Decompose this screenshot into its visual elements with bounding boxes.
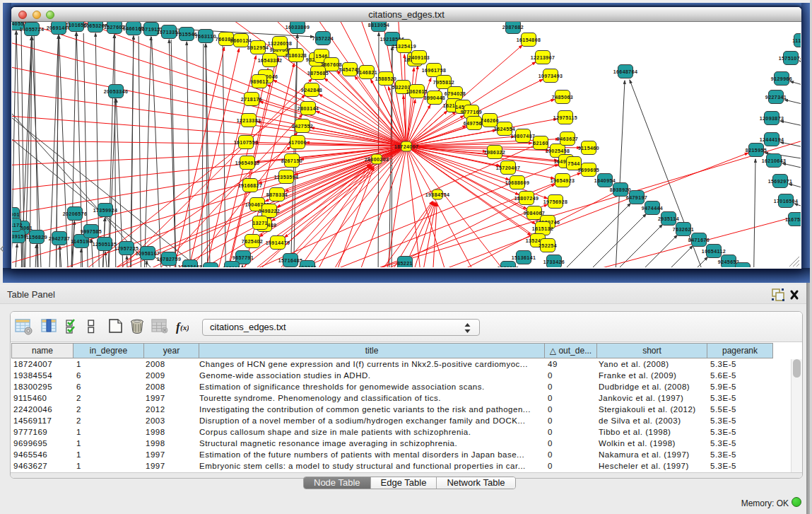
svg-text:10807487: 10807487 (511, 134, 536, 139)
svg-text:13226058: 13226058 (268, 41, 293, 46)
svg-text:830154: 830154 (201, 267, 220, 268)
svg-text:9832451: 9832451 (732, 267, 753, 268)
svg-text:9129966: 9129966 (771, 76, 792, 81)
svg-text:1640954: 1640954 (594, 178, 616, 183)
svg-text:9777169: 9777169 (461, 110, 482, 115)
svg-text:6479197: 6479197 (626, 195, 647, 200)
svg-text:441172: 441172 (12, 223, 23, 228)
svg-text:1615132: 1615132 (532, 226, 553, 231)
svg-text:7625402: 7625402 (242, 239, 263, 244)
svg-text:2087682: 2087682 (502, 25, 524, 30)
svg-text:14055724: 14055724 (20, 27, 45, 32)
svg-text:1588520: 1588520 (375, 76, 396, 81)
svg-text:9699695: 9699695 (578, 168, 599, 173)
svg-text:10025458: 10025458 (546, 148, 570, 153)
svg-text:10973493: 10973493 (539, 74, 563, 78)
svg-text:10688609: 10688609 (505, 180, 530, 185)
svg-text:16210643: 16210643 (762, 158, 787, 163)
svg-text:3498222: 3498222 (259, 209, 280, 214)
svg-text:8912954: 8912954 (247, 45, 269, 50)
svg-text:7663110: 7663110 (195, 34, 216, 39)
svg-text:1145194: 1145194 (71, 239, 92, 244)
svg-text:18807249: 18807249 (514, 196, 539, 201)
svg-text:2803144: 2803144 (298, 106, 319, 111)
svg-text:9474444: 9474444 (642, 206, 663, 211)
svg-text:18724007: 18724007 (394, 144, 419, 149)
svg-text:8267150: 8267150 (281, 158, 302, 163)
svg-text:9084067: 9084067 (524, 211, 545, 216)
svg-text:12353594: 12353594 (274, 175, 299, 180)
svg-text:17957225: 17957225 (114, 246, 139, 251)
svg-text:16543382: 16543382 (258, 58, 283, 63)
svg-text:7955812: 7955812 (433, 80, 454, 85)
svg-text:16782759: 16782759 (157, 257, 182, 262)
svg-text:12444194: 12444194 (760, 137, 784, 142)
svg-text:12975115: 12975115 (553, 115, 577, 120)
svg-text:6794028: 6794028 (445, 91, 466, 96)
svg-text:8813054: 8813054 (368, 23, 389, 28)
svg-text:746266: 746266 (481, 118, 499, 123)
svg-text:(x): (x) (180, 323, 189, 332)
svg-text:12923448: 12923448 (178, 264, 203, 268)
svg-text:81001: 81001 (12, 212, 20, 217)
svg-text:7544: 7544 (567, 161, 579, 166)
svg-text:8471676: 8471676 (688, 238, 710, 243)
svg-text:1733426: 1733426 (543, 259, 565, 264)
svg-text:16107553: 16107553 (234, 140, 259, 145)
svg-text:3624554: 3624554 (494, 127, 515, 132)
svg-text:989612: 989612 (250, 79, 269, 84)
svg-text:2935114: 2935114 (658, 216, 679, 221)
svg-text:15692971: 15692971 (768, 179, 793, 184)
svg-text:15751074: 15751074 (779, 56, 801, 61)
svg-text:1156829: 1156829 (26, 235, 47, 240)
svg-text:12213383: 12213383 (237, 118, 261, 123)
svg-text:9657791: 9657791 (233, 255, 254, 260)
svg-text:19756928: 19756928 (543, 199, 568, 204)
svg-text:9242848: 9242848 (301, 88, 322, 93)
svg-text:19384554: 19384554 (425, 192, 450, 197)
svg-text:12093873: 12093873 (760, 116, 784, 121)
svg-text:417006: 417006 (288, 140, 307, 145)
svg-text:1527602: 1527602 (104, 25, 125, 30)
svg-text:2867608: 2867608 (321, 62, 342, 67)
svg-text:8186328: 8186328 (286, 53, 307, 58)
svg-text:8878334: 8878334 (266, 192, 288, 197)
svg-text:7986322: 7986322 (484, 150, 505, 155)
svg-text:16033809: 16033809 (286, 25, 310, 30)
svg-text:10654112: 10654112 (702, 249, 726, 254)
svg-text:2942737: 2942737 (49, 236, 70, 241)
svg-text:20206576: 20206576 (63, 211, 88, 216)
svg-text:7515546: 7515546 (176, 32, 197, 37)
svg-text:7632621: 7632621 (673, 227, 694, 232)
svg-text:12213967: 12213967 (531, 55, 555, 60)
svg-text:15720407: 15720407 (496, 165, 521, 170)
svg-text:13271: 13271 (252, 221, 268, 226)
svg-text:11325419: 11325419 (392, 44, 416, 49)
svg-text:7485063: 7485063 (552, 95, 573, 100)
svg-text:12505135: 12505135 (93, 242, 117, 247)
svg-text:2409103: 2409103 (408, 55, 430, 60)
svg-text:111245: 111245 (792, 38, 801, 43)
svg-text:15136141: 15136141 (512, 255, 536, 260)
svg-text:85221: 85221 (397, 261, 413, 266)
svg-text:16648764: 16648764 (613, 69, 638, 74)
svg-text:19166827: 19166827 (238, 183, 263, 188)
svg-text:20053346: 20053346 (104, 89, 129, 94)
svg-text:2718176: 2718176 (241, 97, 262, 102)
svg-text:28300203: 28300203 (365, 157, 389, 162)
svg-text:9146821: 9146821 (356, 70, 377, 75)
svg-text:19654935: 19654935 (235, 160, 260, 165)
svg-text:8938920: 8938920 (610, 187, 631, 192)
svg-text:8427552: 8427552 (292, 124, 313, 129)
svg-text:3875685: 3875685 (307, 71, 329, 76)
svg-text:8990448: 8990448 (424, 95, 445, 100)
svg-text:16961758: 16961758 (422, 68, 447, 73)
svg-text:62160: 62160 (533, 141, 548, 146)
svg-text:252254: 252254 (539, 243, 557, 248)
svg-text:10958107: 10958107 (136, 251, 160, 256)
svg-text:17359924: 17359924 (93, 208, 118, 213)
svg-text:1167533: 1167533 (785, 217, 801, 222)
svg-text:9115460: 9115460 (578, 146, 599, 151)
svg-text:192346: 192346 (298, 265, 317, 268)
svg-text:905111: 905111 (223, 266, 240, 268)
